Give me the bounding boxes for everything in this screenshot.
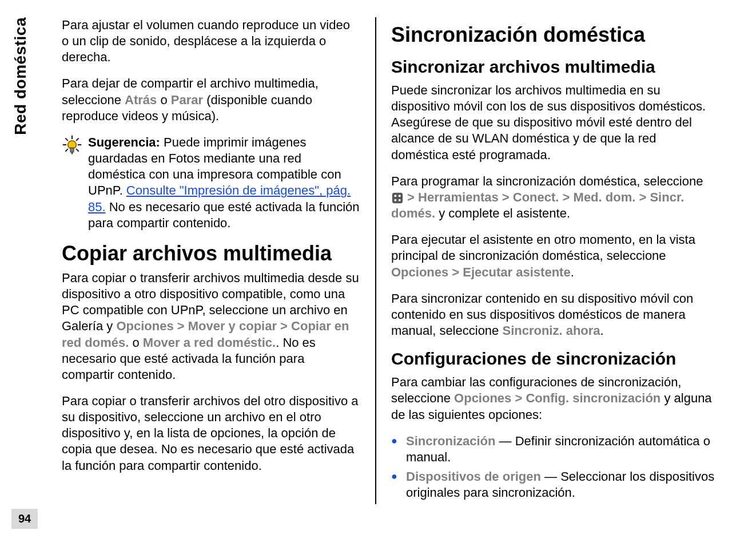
ui-label-herramientas: Herramientas: [418, 190, 499, 204]
svg-point-12: [399, 195, 401, 197]
text: Para programar la sincronización domésti…: [391, 174, 703, 188]
text: .: [600, 323, 604, 338]
side-tab: Red doméstica: [11, 17, 30, 135]
separator: >: [635, 190, 650, 204]
paragraph: Para programar la sincronización domésti…: [391, 173, 715, 221]
ui-label-opciones: Opciones: [454, 391, 511, 405]
text: No es necesario que esté activada la fun…: [88, 200, 360, 230]
tip-body: Sugerencia: Puede imprimir imágenes guar…: [88, 134, 360, 231]
tip-icon: [62, 134, 82, 231]
subheading-config: Configuraciones de sincronización: [391, 349, 715, 369]
svg-line-6: [76, 149, 79, 152]
ui-label-opciones: Opciones: [391, 265, 448, 279]
ui-label-parar: Parar: [171, 93, 203, 107]
list-item: Sincronización — Definir sincronización …: [391, 433, 715, 465]
svg-point-13: [394, 199, 396, 201]
text: y complete el asistente.: [435, 206, 570, 220]
ui-label-opciones: Opciones: [116, 319, 173, 333]
paragraph: Para ejecutar el asistente en otro momen…: [391, 232, 715, 280]
svg-rect-10: [392, 193, 403, 203]
separator: >: [448, 265, 463, 279]
ui-label-mover-red: Mover a red doméstic.: [143, 335, 276, 350]
ui-label-sincronizacion: Sincronización: [406, 434, 495, 448]
ui-label-med-dom: Med. dom.: [574, 190, 636, 204]
paragraph: Para ajustar el volumen cuando reproduce…: [62, 17, 360, 65]
svg-line-5: [65, 138, 68, 141]
text: o: [157, 93, 170, 107]
ui-label-dispositivos-origen: Dispositivos de origen: [406, 469, 541, 484]
paragraph: Puede sincronizar los archivos multimedi…: [391, 82, 715, 163]
right-column: Sincronización doméstica Sincronizar arc…: [376, 17, 725, 504]
svg-rect-9: [70, 148, 73, 152]
heading-sincronizacion: Sincronización doméstica: [391, 23, 715, 47]
svg-point-11: [394, 195, 396, 197]
text: .: [571, 265, 574, 279]
separator: >: [511, 391, 526, 405]
paragraph: Para cambiar las configuraciones de sinc…: [391, 374, 715, 422]
ui-label-mover-copiar: Mover y copiar: [188, 319, 277, 333]
svg-line-8: [65, 149, 68, 152]
subheading-sincronizar: Sincronizar archivos multimedia: [391, 57, 715, 77]
menu-key-icon: [391, 192, 404, 204]
ui-label-config-sincronizacion: Config. sincronización: [526, 391, 660, 405]
ui-label-atras: Atrás: [125, 93, 157, 107]
tip-block: Sugerencia: Puede imprimir imágenes guar…: [62, 134, 360, 231]
paragraph: Para copiar o transferir archivos multim…: [62, 270, 360, 383]
paragraph: Para dejar de compartir el archivo multi…: [62, 76, 360, 124]
list-item: Dispositivos de origen — Seleccionar los…: [391, 469, 715, 501]
options-list: Sincronización — Definir sincronización …: [391, 433, 715, 501]
left-column: Para ajustar el volumen cuando reproduce…: [56, 17, 376, 504]
ui-label-ejecutar-asistente: Ejecutar asistente: [463, 265, 570, 279]
paragraph: Para copiar o transferir archivos del ot…: [62, 393, 360, 474]
tip-label: Sugerencia:: [88, 135, 160, 149]
separator: >: [174, 319, 188, 333]
text: o: [129, 335, 142, 350]
text: Para ejecutar el asistente en otro momen…: [391, 232, 695, 263]
separator: >: [404, 190, 418, 204]
page-content: Para ajustar el volumen cuando reproduce…: [56, 17, 742, 504]
svg-point-14: [399, 199, 401, 201]
heading-copiar: Copiar archivos multimedia: [62, 242, 360, 266]
separator: >: [559, 190, 573, 204]
svg-line-7: [76, 138, 79, 141]
page-number: 94: [11, 509, 38, 529]
ui-label-sincroniz-ahora: Sincroniz. ahora: [502, 323, 600, 338]
ui-label-conect: Conect.: [513, 190, 559, 204]
paragraph: Para sincronizar contenido en su disposi…: [391, 291, 715, 339]
separator: >: [499, 190, 513, 204]
separator: >: [277, 319, 291, 333]
